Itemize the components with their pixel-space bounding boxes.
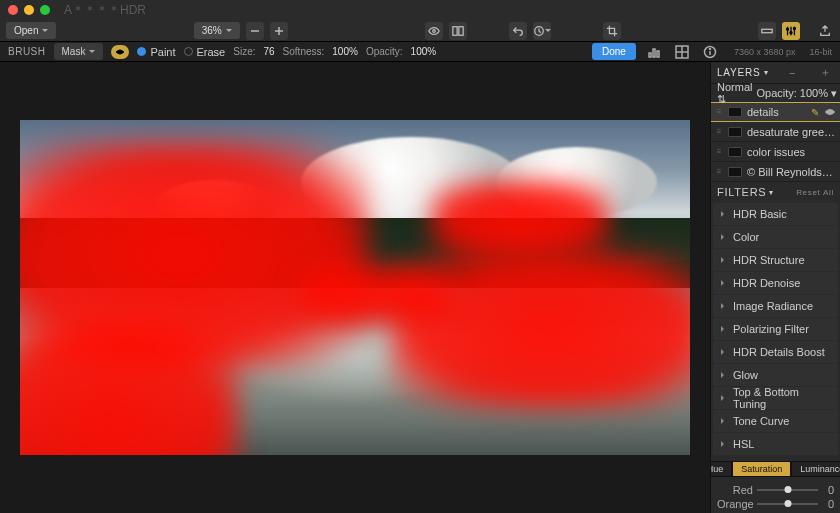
add-layer-button[interactable]: ＋ <box>817 65 834 80</box>
canvas-viewport[interactable] <box>0 62 710 513</box>
adjust-button[interactable] <box>782 22 800 40</box>
disclosure-triangle-icon <box>721 280 727 286</box>
erase-mode-radio[interactable]: Erase <box>184 46 226 58</box>
svg-point-25 <box>829 111 832 114</box>
open-menu[interactable]: Open <box>6 22 56 39</box>
disclosure-triangle-icon <box>721 418 727 424</box>
active-tool-name: BRUSH <box>8 46 46 57</box>
layer-name: © Bill Reynolds_DSC02037.A… <box>747 166 836 178</box>
window-zoom-button[interactable] <box>40 5 50 15</box>
svg-point-12 <box>790 31 792 33</box>
hsl-hue-tab[interactable]: Hue <box>710 461 732 477</box>
disclosure-triangle-icon <box>721 326 727 332</box>
hsl-value: 0 <box>822 498 834 510</box>
softness-label: Softness: <box>283 46 325 57</box>
hsl-slider[interactable] <box>757 489 818 491</box>
layer-name: color issues <box>747 146 836 158</box>
filter-row[interactable]: Image Radiance <box>713 295 838 317</box>
history-button[interactable] <box>533 22 551 40</box>
filter-name: HDR Basic <box>733 208 787 220</box>
svg-point-23 <box>709 48 710 49</box>
disclosure-triangle-icon <box>721 303 727 309</box>
hsl-slider-row: Orange0 <box>711 497 840 511</box>
layer-row[interactable]: ≡desaturate green water <box>711 122 840 142</box>
filter-name: Top & Bottom Tuning <box>733 386 830 410</box>
svg-rect-15 <box>649 53 651 57</box>
zoom-out-button[interactable] <box>246 22 264 40</box>
filter-row[interactable]: HDR Structure <box>713 249 838 271</box>
drag-grip-icon[interactable]: ≡ <box>715 150 723 154</box>
histogram-button[interactable] <box>644 44 664 60</box>
size-label: Size: <box>233 46 255 57</box>
filter-row[interactable]: HDR Denoise <box>713 272 838 294</box>
svg-point-14 <box>119 51 121 53</box>
layers-collapse-button[interactable]: − <box>786 67 798 79</box>
disclosure-triangle-icon <box>721 372 727 378</box>
mask-dropdown[interactable]: Mask <box>54 43 104 60</box>
layer-row[interactable]: ≡color issues <box>711 142 840 162</box>
filter-name: Glow <box>733 369 758 381</box>
filter-name: HSL <box>733 438 754 450</box>
hsl-slider-row: Red0 <box>711 483 840 497</box>
window-close-button[interactable] <box>8 5 18 15</box>
hsl-saturation-tab[interactable]: Saturation <box>732 461 791 477</box>
svg-rect-4 <box>453 26 457 35</box>
window-minimize-button[interactable] <box>24 5 34 15</box>
filter-name: HDR Details Boost <box>733 346 825 358</box>
filter-name: Color <box>733 231 759 243</box>
filter-row[interactable]: Color <box>713 226 838 248</box>
paint-mode-radio[interactable]: Paint <box>137 46 175 58</box>
right-panel: LAYERS▾ − ＋ Normal ⇅ Opacity: 100%▾ ≡det… <box>710 62 840 513</box>
tool-options-bar: BRUSH Mask Paint Erase Size:76 Softness:… <box>0 42 840 62</box>
layer-name: details <box>747 106 806 118</box>
filter-row[interactable]: HSL <box>713 433 838 455</box>
mask-visibility-toggle[interactable] <box>111 45 129 59</box>
drag-grip-icon[interactable]: ≡ <box>715 110 723 114</box>
drag-grip-icon[interactable]: ≡ <box>715 170 723 174</box>
hsl-color-name: Orange <box>717 498 753 510</box>
info-button[interactable] <box>700 44 720 60</box>
crop-button[interactable] <box>603 22 621 40</box>
disclosure-triangle-icon <box>721 234 727 240</box>
layer-thumbnail <box>728 147 742 157</box>
filter-row[interactable]: Top & Bottom Tuning <box>713 387 838 409</box>
pencil-icon[interactable]: ✎ <box>811 107 819 118</box>
disclosure-triangle-icon <box>721 349 727 355</box>
compare-button[interactable] <box>449 22 467 40</box>
hsl-slider[interactable] <box>757 503 818 505</box>
filter-row[interactable]: Tone Curve <box>713 410 838 432</box>
filter-row[interactable]: HDR Details Boost <box>713 341 838 363</box>
disclosure-triangle-icon <box>721 395 727 401</box>
hsl-luminance-tab[interactable]: Luminance <box>791 461 840 477</box>
filter-name: HDR Structure <box>733 254 805 266</box>
export-button[interactable] <box>816 22 834 40</box>
reset-all-button[interactable]: Reset All <box>796 188 834 197</box>
hsl-tabs: Hue Saturation Luminance <box>715 461 836 477</box>
filter-row[interactable]: HDR Basic <box>713 203 838 225</box>
preview-eye-button[interactable] <box>425 22 443 40</box>
presets-button[interactable] <box>758 22 776 40</box>
done-button[interactable]: Done <box>592 43 636 60</box>
undo-button[interactable] <box>509 22 527 40</box>
macos-titlebar: A＊＊＊＊HDR <box>0 0 840 20</box>
filter-row[interactable]: Polarizing Filter <box>713 318 838 340</box>
hsl-color-name: Red <box>717 484 753 496</box>
svg-point-3 <box>433 29 436 32</box>
size-value[interactable]: 76 <box>263 46 274 57</box>
layer-name: desaturate green water <box>747 126 836 138</box>
zoom-in-button[interactable] <box>270 22 288 40</box>
layer-opacity-value[interactable]: 100% <box>800 87 828 99</box>
eye-icon[interactable] <box>824 106 836 118</box>
softness-value[interactable]: 100% <box>332 46 358 57</box>
blend-mode-dropdown[interactable]: Normal ⇅ <box>717 81 752 106</box>
nav-grid-button[interactable] <box>672 44 692 60</box>
hsl-value: 0 <box>822 484 834 496</box>
layer-thumbnail <box>728 167 742 177</box>
zoom-dropdown[interactable]: 36% <box>194 22 240 39</box>
drag-grip-icon[interactable]: ≡ <box>715 130 723 134</box>
svg-rect-17 <box>657 51 659 57</box>
layer-row[interactable]: ≡© Bill Reynolds_DSC02037.A… <box>711 162 840 182</box>
opacity-value[interactable]: 100% <box>411 46 437 57</box>
disclosure-triangle-icon <box>721 211 727 217</box>
filter-row[interactable]: Glow <box>713 364 838 386</box>
